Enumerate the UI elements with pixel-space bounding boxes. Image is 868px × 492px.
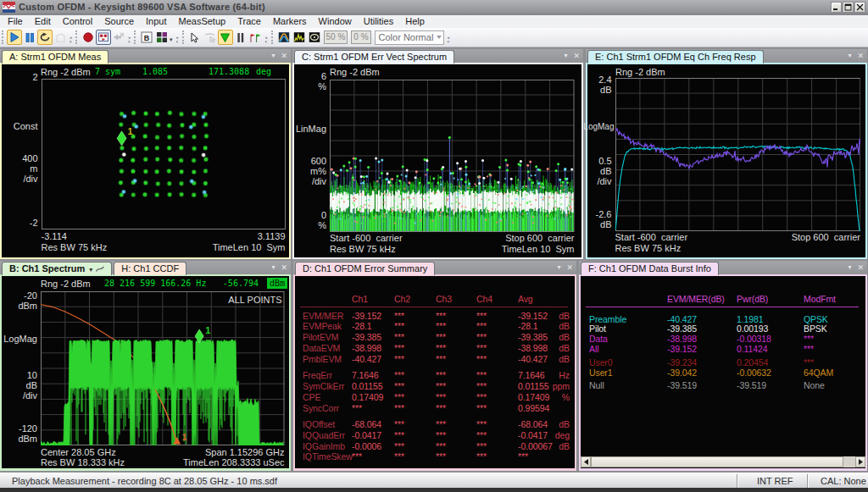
horizontal-scrollbar[interactable]	[581, 456, 865, 467]
panel-menu-icon[interactable]: ▾	[564, 52, 567, 59]
marker-frequency-readout: 28 216 599 166.26 Hz	[104, 279, 206, 289]
tab-a-active[interactable]: A: Strm1 OFDM Meas	[2, 50, 108, 64]
toolbar-grip[interactable]	[2, 30, 5, 44]
row-label: PmblEVM	[303, 354, 342, 364]
workspace: A: Strm1 OFDM Meas▾✕Rng -2 dBm2Const400 …	[0, 47, 868, 473]
toolbar-overflow-icon[interactable]: ●▾	[264, 30, 270, 44]
tab-trace-icon[interactable]	[96, 263, 104, 276]
scroll-right-button[interactable]	[855, 456, 865, 467]
layout-b-button[interactable]: B	[139, 30, 154, 45]
panel-frame-bottom	[579, 468, 867, 471]
pause-button[interactable]	[22, 30, 37, 45]
spectrogram-display-button[interactable]	[276, 30, 292, 45]
value-cell: ***	[394, 451, 404, 462]
recording-playback-button[interactable]	[96, 30, 111, 45]
menu-edit[interactable]: Edit	[31, 15, 55, 28]
menu-meassetup[interactable]: MeasSetup	[175, 15, 231, 28]
discard-recording-button[interactable]	[111, 30, 126, 45]
toolbar-overflow-icon[interactable]: ●▾	[446, 30, 452, 44]
menu-file[interactable]: File	[3, 15, 27, 28]
band-power-markers-button[interactable]	[233, 30, 248, 45]
value-cell: ***	[436, 311, 446, 321]
row-label: IQQuadErr	[303, 430, 345, 440]
panel-close-icon[interactable]: ✕	[573, 52, 580, 60]
panel-close-icon[interactable]: ✕	[281, 263, 287, 272]
y-axis-per-div-label: 10 dB /div	[23, 370, 37, 401]
close-button[interactable]	[854, 2, 865, 13]
value-cell: ***	[394, 332, 404, 342]
value-cell: -28.1	[352, 321, 371, 331]
status-message: Playback Measurement - recording 8C at 2…	[12, 476, 277, 486]
toolbar-grip[interactable]	[134, 30, 137, 44]
value-cell: -39.385	[667, 323, 697, 334]
panel-close-icon[interactable]: ✕	[857, 52, 864, 60]
tab-chevron-down-icon[interactable]: ▾	[89, 263, 92, 276]
y-axis-bottom-label: -2	[30, 218, 38, 228]
res-bw-label: Res BW 75 kHz	[615, 243, 682, 253]
panel-menu-icon[interactable]: ▾	[557, 263, 560, 271]
unit-cell: Hz	[559, 370, 570, 380]
move-marker-button[interactable]	[203, 30, 218, 45]
value-cell: -39.385	[352, 332, 381, 342]
select-arrow-button[interactable]	[187, 30, 203, 45]
menu-help[interactable]: Help	[401, 15, 429, 28]
toolbar-overflow-icon[interactable]: ●▾	[126, 30, 132, 44]
tab-b-active[interactable]: B: Ch1 Spectrum▾	[2, 262, 112, 275]
menu-input[interactable]: Input	[142, 15, 170, 28]
maximize-button[interactable]	[843, 2, 854, 13]
row-label: IQOffset	[303, 419, 335, 429]
scrollbar-track[interactable]	[843, 456, 855, 467]
tab-e-active[interactable]: E: Ch1 Strm1 OFDM Eq Ch Freq Resp	[587, 50, 764, 64]
plot-background	[42, 79, 286, 229]
toolbar-overflow-icon[interactable]: ●▾	[68, 30, 74, 44]
value-cell: ***	[476, 381, 487, 391]
panel-close-icon[interactable]: ✕	[566, 263, 573, 272]
panel-menu-icon[interactable]: ▾	[271, 263, 275, 271]
toolbar-grip[interactable]	[271, 30, 275, 44]
menu-bar: FileEditControlSourceInputMeasSetupTrace…	[0, 15, 868, 28]
spectrogram-display-icon	[278, 31, 290, 43]
restart-button[interactable]	[37, 30, 53, 45]
marker-button[interactable]	[218, 30, 233, 45]
menu-trace[interactable]: Trace	[233, 15, 265, 28]
panel-menu-icon[interactable]: ▾	[271, 52, 275, 59]
marker-icon	[220, 32, 231, 43]
play-button[interactable]	[7, 30, 22, 45]
tab-f-active[interactable]: F: Ch1 OFDM Data Burst Info	[581, 262, 719, 275]
panel-close-icon[interactable]: ✕	[281, 52, 287, 60]
layout-grid-button[interactable]	[154, 30, 170, 45]
menu-source[interactable]: Source	[100, 15, 138, 28]
tab-d-active[interactable]: D: Ch1 OFDM Error Summary	[295, 262, 435, 275]
toolbar-overflow-icon[interactable]: ●▾	[175, 30, 181, 44]
menu-markers[interactable]: Markers	[269, 15, 311, 28]
record-button[interactable]	[81, 30, 96, 45]
constellation-display-button[interactable]	[307, 30, 322, 45]
unit-cell: dB	[559, 343, 570, 353]
row-label: User0	[589, 357, 613, 368]
panel-menu-icon[interactable]: ▾	[848, 263, 851, 271]
panel-c: C: Strm1 OFDM Err Vect Spectrum▾✕Rng -2 …	[292, 49, 583, 259]
scrollbar-thumb[interactable]	[591, 456, 843, 467]
chevron-down-icon[interactable]: ▾	[170, 36, 173, 43]
menu-window[interactable]: Window	[314, 15, 356, 28]
coupled-markers-button[interactable]	[248, 30, 264, 45]
panel-menu-icon[interactable]: ▾	[848, 52, 851, 59]
value-cell: -39.042	[667, 368, 697, 378]
tab-h[interactable]: H: Ch1 CCDF	[114, 262, 186, 275]
value-cell: -40.427	[667, 314, 697, 324]
value-cell: ***	[436, 354, 446, 364]
toolbar-grip[interactable]	[75, 30, 79, 44]
color-mode-combobox[interactable]: Color Normal	[375, 30, 444, 45]
tab-c-active[interactable]: C: Strm1 OFDM Err Vect Spectrum	[294, 50, 454, 64]
panel-b-tabbar: B: Ch1 Spectrum▾H: Ch1 CCDF▾✕	[0, 261, 291, 274]
range-label: Rng -2 dBm	[330, 67, 380, 77]
minimize-button[interactable]	[831, 2, 842, 13]
res-bw-label: Res BW 18.333 kHz	[41, 457, 125, 467]
panel-close-icon[interactable]: ✕	[857, 263, 864, 272]
toolbar-grip[interactable]	[182, 30, 186, 44]
spectrum-display-button[interactable]	[292, 30, 307, 45]
menu-control[interactable]: Control	[58, 15, 97, 28]
scroll-left-button[interactable]	[581, 456, 591, 467]
menu-utilities[interactable]: Utilities	[359, 15, 398, 28]
single-button[interactable]	[53, 30, 68, 45]
